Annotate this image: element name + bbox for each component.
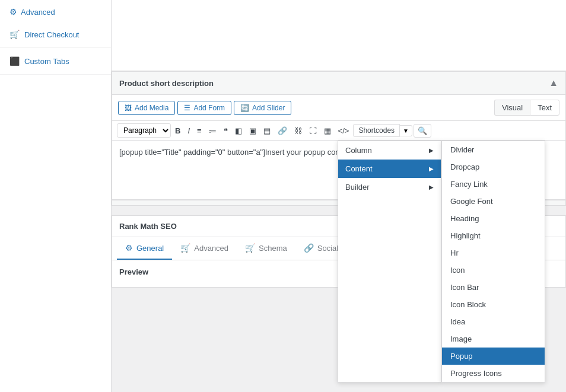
dropdown-item-content[interactable]: Content ▶ [338, 160, 441, 178]
main-content: Product short description ▲ 🖼 Add Media … [112, 0, 566, 392]
align-left-button[interactable]: ◧ [232, 125, 245, 137]
align-center-button[interactable]: ▣ [246, 125, 259, 137]
add-form-icon: ☰ [184, 104, 190, 112]
social-icon: 🔗 [304, 243, 314, 253]
shortcode-secondary-menu: Divider Dropcap Fancy Link Google Font H… [441, 141, 545, 383]
sidebar: ⚙ Advanced 🛒 Direct Checkout ⬛ Custom Ta… [0, 0, 112, 392]
add-media-button[interactable]: 🖼 Add Media [118, 101, 175, 115]
tab-general-label: General [136, 244, 164, 253]
table-button[interactable]: ▦ [321, 125, 334, 137]
tab-schema-label: Schema [259, 244, 287, 253]
dropdown-secondary-progress-icons[interactable]: Progress Icons [442, 365, 545, 382]
visual-button[interactable]: Visual [494, 100, 530, 116]
dropdown-secondary-divider[interactable]: Divider [442, 141, 545, 158]
blockquote-button[interactable]: ❝ [221, 125, 231, 137]
unordered-list-button[interactable]: ≡ [194, 125, 205, 137]
shortcode-button[interactable]: Shortcodes [353, 124, 400, 137]
add-form-label: Add Form [193, 104, 225, 112]
dropdown-secondary-icon-bar[interactable]: Icon Bar [442, 279, 545, 296]
sidebar-item-direct-checkout[interactable]: 🛒 Direct Checkout [0, 21, 111, 48]
bold-button[interactable]: B [172, 125, 183, 137]
tab-advanced[interactable]: 🛒 Advanced [172, 237, 237, 260]
general-icon: ⚙ [125, 243, 133, 253]
shortcode-primary-menu: Column ▶ Content ▶ Builder ▶ [338, 141, 441, 383]
align-right-button[interactable]: ▤ [260, 125, 274, 137]
dropdown-item-column-label: Column [345, 146, 372, 155]
visual-text-toggle: Visual Text [494, 100, 559, 116]
editor-area: [popup title="Title" padding="0" button=… [112, 141, 565, 200]
add-form-button[interactable]: ☰ Add Form [177, 101, 231, 115]
dropdown-secondary-popup[interactable]: Popup [442, 348, 545, 365]
dropdown-secondary-image[interactable]: Image [442, 330, 545, 348]
ordered-list-button[interactable]: ≔ [206, 125, 220, 137]
editor-wrapper: 🖼 Add Media ☰ Add Form 🔄 Add Slider [112, 95, 565, 205]
dropdown-item-column[interactable]: Column ▶ [338, 141, 441, 160]
dropdown-secondary-fancy-link[interactable]: Fancy Link [442, 176, 545, 193]
dropdown-secondary-idea[interactable]: Idea [442, 313, 545, 330]
sidebar-advanced-label: Advanced [21, 8, 55, 17]
dropdown-secondary-icon[interactable]: Icon [442, 262, 545, 279]
shortcode-arrow-button[interactable]: ▼ [400, 125, 412, 136]
tab-advanced-label: Advanced [194, 244, 228, 253]
advanced-icon: 🛒 [180, 243, 190, 253]
text-button[interactable]: Text [530, 100, 559, 116]
add-media-label: Add Media [135, 104, 168, 112]
dropdown-secondary-highlight[interactable]: Highlight [442, 227, 545, 244]
sidebar-item-direct-checkout-label: Direct Checkout [24, 30, 79, 39]
chevron-right-icon-3: ▶ [429, 184, 434, 190]
tabs-icon: ⬛ [9, 56, 20, 66]
code-button[interactable]: </> [335, 125, 352, 137]
section-header: Product short description ▲ [112, 72, 565, 95]
media-buttons: 🖼 Add Media ☰ Add Form 🔄 Add Slider [118, 101, 291, 115]
shortcode-dropdown: Shortcodes ▼ [353, 124, 412, 137]
dropdown-secondary-icon-block[interactable]: Icon Block [442, 296, 545, 313]
gear-icon: ⚙ [9, 7, 17, 17]
top-panel [112, 0, 566, 71]
paragraph-select[interactable]: Paragraph [117, 123, 171, 138]
rankmath-title: Rank Math SEO [119, 222, 177, 231]
section-title: Product short description [119, 79, 214, 88]
italic-button[interactable]: I [185, 125, 193, 137]
add-media-icon: 🖼 [125, 104, 132, 112]
sidebar-advanced[interactable]: ⚙ Advanced [0, 2, 111, 21]
chevron-right-icon-2: ▶ [429, 165, 434, 172]
tab-social-label: Social [317, 244, 338, 253]
dropdown-item-builder-label: Builder [345, 183, 369, 192]
dropdown-item-builder[interactable]: Builder ▶ [338, 178, 441, 196]
add-slider-icon: 🔄 [240, 104, 249, 112]
link-button[interactable]: 🔗 [275, 125, 290, 137]
add-slider-label: Add Slider [252, 104, 285, 112]
search-button[interactable]: 🔍 [414, 124, 431, 138]
collapse-button[interactable]: ▲ [549, 78, 558, 88]
dropdown-secondary-heading[interactable]: Heading [442, 210, 545, 227]
fullscreen-button[interactable]: ⛶ [306, 125, 320, 137]
tab-schema[interactable]: 🛒 Schema [237, 237, 295, 260]
tab-general[interactable]: ⚙ General [117, 237, 172, 260]
editor-media-bar: 🖼 Add Media ☰ Add Form 🔄 Add Slider [112, 95, 565, 121]
add-slider-button[interactable]: 🔄 Add Slider [234, 101, 291, 115]
sidebar-item-custom-tabs-label: Custom Tabs [24, 57, 69, 66]
dropdown-secondary-hr[interactable]: Hr [442, 244, 545, 262]
sidebar-item-custom-tabs[interactable]: ⬛ Custom Tabs [0, 48, 111, 75]
dropdown-secondary-google-font[interactable]: Google Font [442, 193, 545, 210]
chevron-right-icon: ▶ [429, 147, 434, 154]
product-short-description-section: Product short description ▲ 🖼 Add Media … [112, 71, 566, 206]
dropdown-secondary-dropcap[interactable]: Dropcap [442, 158, 545, 176]
dropdown-item-content-label: Content [345, 164, 373, 173]
cart-icon: 🛒 [9, 30, 20, 39]
format-bar: Paragraph B I ≡ ≔ ❝ ◧ ▣ ▤ 🔗 ⛓ ⛶ ▦ </> [112, 121, 565, 141]
schema-icon: 🛒 [245, 243, 255, 253]
dropdown-container: Column ▶ Content ▶ Builder ▶ [338, 141, 545, 383]
unlink-button[interactable]: ⛓ [291, 125, 305, 137]
